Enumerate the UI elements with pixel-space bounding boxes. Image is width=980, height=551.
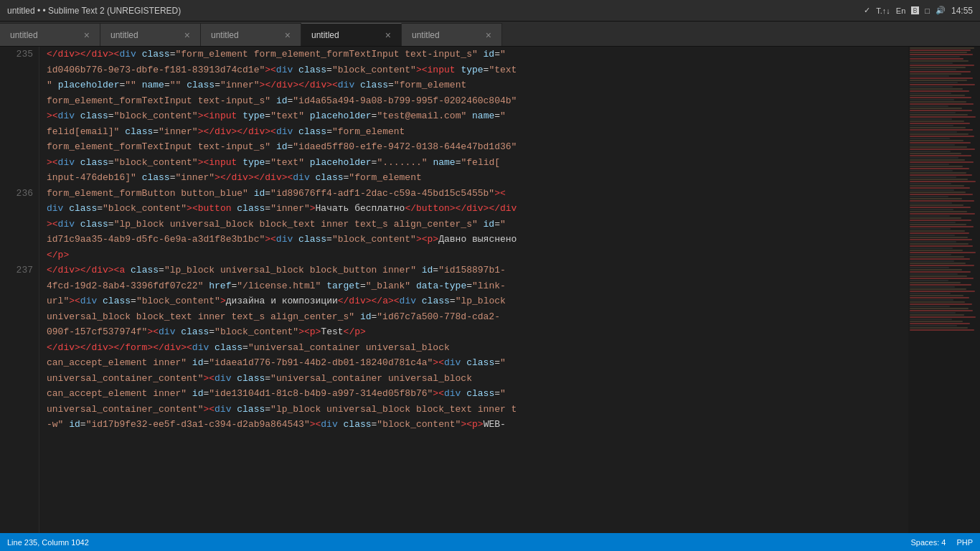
minimap-line (910, 179, 968, 181)
minimap-line (910, 176, 956, 179)
minimap-line (910, 303, 972, 306)
code-line-235-12: ><div class="lp_block universal_block bl… (47, 217, 908, 232)
tab-3-close[interactable]: × (285, 29, 291, 41)
status-bar: Line 235, Column 1042 Spaces: 4 PHP (0, 533, 980, 551)
check-icon: ✓ (864, 6, 870, 15)
line-num-blank-5 (0, 124, 33, 140)
tab-1-close[interactable]: × (84, 29, 90, 41)
minimap-line (910, 282, 961, 284)
editor-area: 235 236 237 </div></div><div class="form… (0, 47, 980, 533)
code-line-235-11: div class="block_content"><button class=… (47, 201, 908, 217)
tab-2[interactable]: untitled × (100, 23, 201, 46)
tab-4[interactable]: untitled × (301, 23, 402, 46)
minimap-line (910, 308, 969, 310)
minimap-line (910, 321, 963, 323)
code-line-236-3: url"><div class="block_content">дизайна … (47, 293, 908, 309)
minimap-line (910, 267, 949, 269)
code-line-237-3: universal_container_content"><div class=… (47, 371, 908, 387)
code-line-235-5: ><div class="block_content"><input type=… (47, 108, 908, 124)
minimap-line (910, 62, 953, 65)
line-num-blank-16 (0, 324, 33, 340)
volume-icon: 🔊 (936, 6, 946, 15)
minimap-line (910, 252, 976, 254)
minimap-line (910, 192, 966, 194)
minimap-line (910, 118, 952, 121)
minimap-line (910, 299, 953, 301)
tab-3[interactable]: untitled × (201, 23, 301, 46)
minimap-line (910, 284, 971, 286)
minimap-line (910, 50, 971, 52)
line-num-blank-3 (0, 93, 33, 109)
minimap-line (910, 99, 954, 101)
tab-5-close[interactable]: × (486, 29, 491, 41)
minimap-line (910, 243, 969, 245)
minimap-line (910, 291, 975, 293)
minimap-line (910, 314, 964, 316)
lang-icon: En (896, 6, 905, 15)
code-line-235-3: " placeholder="" name="" class="inner"><… (47, 77, 908, 93)
code-content[interactable]: </div></div><div class="form_element for… (39, 47, 908, 533)
minimap-line (910, 319, 952, 321)
minimap-line (910, 217, 961, 220)
minimap-line (910, 263, 966, 265)
tab-4-label: untitled (311, 30, 339, 40)
minimap-line (910, 278, 974, 280)
code-line-236-4: universal_block block_text inner text_s … (47, 309, 908, 325)
tab-1[interactable]: untitled × (0, 23, 100, 46)
minimap-line (910, 131, 957, 133)
minimap-line (910, 220, 971, 222)
language-indicator: PHP (956, 538, 973, 547)
minimap-line (910, 168, 969, 170)
title-bar-left: untitled • • Sublime Text 2 (UNREGISTERE… (7, 6, 181, 16)
code-line-235-8: ><div class="block_content"><input type=… (47, 155, 908, 171)
minimap-line (910, 103, 974, 105)
minimap-line (910, 112, 956, 114)
minimap-line (910, 222, 956, 224)
minimap-line (910, 110, 972, 112)
minimap-line (910, 273, 958, 276)
minimap-line (910, 86, 953, 88)
tab-1-label: untitled (10, 30, 38, 40)
minimap-line (910, 116, 976, 118)
code-line-237-1: </div></div></form></div><div class="uni… (47, 340, 908, 356)
minimap-line (910, 52, 967, 54)
minimap (908, 47, 980, 533)
minimap-line (910, 235, 955, 237)
minimap-line (910, 166, 963, 168)
minimap-line (910, 187, 970, 189)
code-line-235-10: form_element_formButton button_blue" id=… (47, 186, 908, 202)
line-num-236: 236 (0, 186, 33, 202)
minimap-line (910, 140, 963, 142)
line-num-blank-6 (0, 139, 33, 155)
line-num-blank-8 (0, 170, 33, 186)
minimap-line (910, 271, 971, 273)
tab-5[interactable]: untitled × (402, 23, 502, 46)
minimap-line (910, 198, 962, 200)
minimap-line (910, 80, 967, 82)
code-line-236-5: 090f-157cf537974f"><div class="block_con… (47, 324, 908, 340)
minimap-line (910, 155, 971, 157)
minimap-line (910, 286, 955, 288)
minimap-line (910, 159, 965, 161)
minimap-line (910, 164, 949, 166)
code-line-235-9: input-476deb16]" class="inner"></div></d… (47, 170, 908, 186)
minimap-line (910, 108, 962, 110)
minimap-line (910, 146, 967, 149)
minimap-line (910, 69, 956, 71)
minimap-line (910, 260, 954, 263)
minimap-line (910, 47, 974, 50)
line-num-blank-1 (0, 62, 33, 78)
minimap-line (910, 185, 964, 187)
tab-4-close[interactable]: × (385, 29, 391, 41)
code-line-236-1: </div></div><a class="lp_block universal… (47, 263, 908, 278)
minimap-line (910, 142, 971, 144)
code-line-237-5: universal_container_content"><div class=… (47, 402, 908, 418)
minimap-line (910, 312, 956, 314)
minimap-line (910, 325, 957, 327)
tab-2-close[interactable]: × (184, 29, 190, 41)
minimap-line (910, 93, 951, 95)
minimap-line (910, 183, 951, 185)
minimap-line (910, 105, 948, 108)
minimap-line (910, 232, 969, 235)
minimap-line (910, 213, 975, 215)
